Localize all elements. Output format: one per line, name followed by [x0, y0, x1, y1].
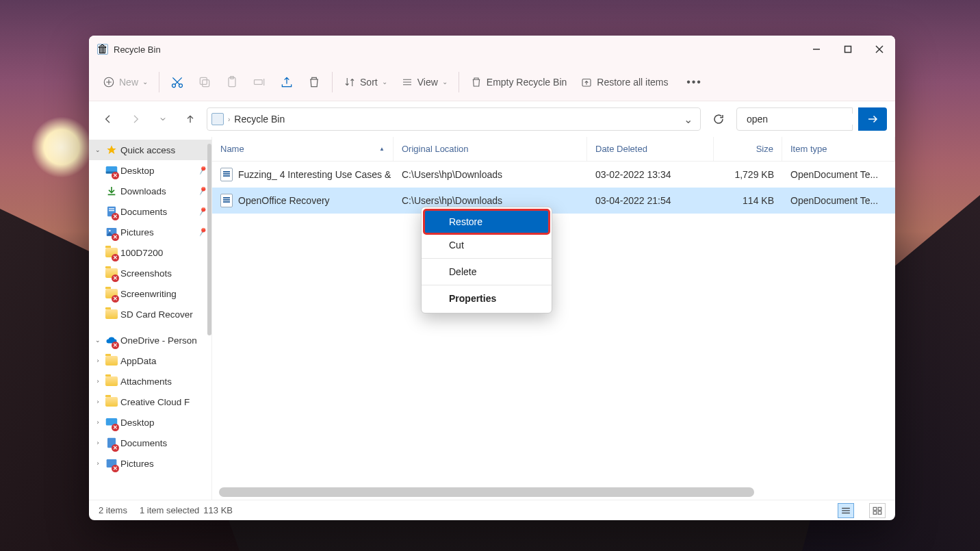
sidebar-item-creative[interactable]: ›Creative Cloud F — [89, 392, 211, 412]
search-input[interactable] — [747, 114, 866, 125]
col-size[interactable]: Size — [714, 137, 782, 161]
sidebar-item-pictures[interactable]: ›Pictures📍 — [89, 222, 211, 242]
breadcrumb[interactable]: Recycle Bin — [234, 114, 285, 125]
search-go-button[interactable] — [858, 107, 887, 131]
sidebar[interactable]: ⌄ Quick access ›Desktop📍 ›Downloads📍 ›Do… — [89, 137, 212, 500]
sort-label: Sort — [360, 77, 378, 88]
window-title: Recycle Bin — [114, 44, 161, 55]
refresh-button[interactable] — [706, 107, 731, 131]
svg-rect-15 — [255, 79, 263, 84]
document-icon — [220, 168, 233, 181]
copy-button[interactable] — [191, 70, 218, 94]
svg-rect-1 — [845, 47, 851, 53]
status-selected: 1 item selected — [140, 505, 199, 515]
sidebar-quick-access[interactable]: ⌄ Quick access — [89, 140, 211, 160]
sidebar-item-documents[interactable]: ›Documents📍 — [89, 201, 211, 222]
file-list: Name▲ Original Location Date Deleted Siz… — [212, 137, 895, 500]
view-details-button[interactable] — [838, 503, 854, 518]
more-button[interactable]: ••• — [681, 70, 708, 94]
pictures-icon — [105, 226, 118, 238]
sidebar-onedrive[interactable]: ⌄OneDrive - Person — [89, 330, 211, 350]
sidebar-item-attachments[interactable]: ›Attachments — [89, 371, 211, 392]
col-type[interactable]: Item type — [782, 137, 895, 161]
empty-recycle-bin-button[interactable]: Empty Recycle Bin — [463, 70, 573, 94]
restore-all-label: Restore all items — [597, 77, 668, 88]
svg-rect-26 — [109, 208, 114, 209]
sidebar-item-screenshots[interactable]: ›Screenshots — [89, 263, 211, 283]
sort-button[interactable]: Sort⌄ — [337, 70, 394, 94]
rename-button[interactable] — [246, 70, 273, 94]
address-dropdown[interactable]: ⌄ — [680, 113, 696, 126]
nav-row: › Recycle Bin ⌄ ✕ — [89, 101, 895, 137]
sidebar-item-od-documents[interactable]: ›Documents — [89, 433, 211, 453]
desktop-icon — [105, 416, 118, 428]
svg-rect-36 — [873, 507, 877, 510]
explorer-window: 🗑 Recycle Bin New⌄ Sort⌄ View⌄ — [89, 36, 895, 520]
document-icon — [220, 194, 233, 207]
sidebar-item-sdcard[interactable]: ›SD Card Recover — [89, 304, 211, 324]
sidebar-item-downloads[interactable]: ›Downloads📍 — [89, 181, 211, 201]
svg-rect-11 — [203, 79, 209, 86]
chevron-right-icon: › — [228, 116, 230, 123]
sidebar-item-appdata[interactable]: ›AppData — [89, 350, 211, 371]
status-count: 2 items — [99, 505, 127, 515]
context-delete[interactable]: Delete — [422, 260, 552, 283]
star-icon — [105, 144, 118, 156]
view-button[interactable]: View⌄ — [394, 70, 454, 94]
svg-rect-31 — [107, 438, 116, 448]
up-button[interactable] — [179, 108, 201, 130]
delete-button[interactable] — [300, 70, 328, 94]
context-properties[interactable]: Properties — [422, 287, 552, 310]
minimize-button[interactable] — [801, 36, 832, 63]
sidebar-scrollbar[interactable] — [207, 144, 211, 335]
share-button[interactable] — [273, 70, 300, 94]
svg-rect-37 — [878, 507, 881, 510]
new-button[interactable]: New⌄ — [96, 70, 155, 94]
col-date[interactable]: Date Deleted — [587, 137, 714, 161]
sidebar-item-od-pictures[interactable]: ›Pictures — [89, 453, 211, 474]
sidebar-item-desktop[interactable]: ›Desktop📍 — [89, 160, 211, 181]
desktop-icon — [105, 164, 118, 177]
cut-button[interactable] — [164, 70, 191, 94]
restore-all-button[interactable]: Restore all items — [573, 70, 675, 94]
status-bar: 2 items 1 item selected 113 KB — [89, 500, 895, 520]
context-restore[interactable]: Restore — [424, 210, 549, 233]
sidebar-item-100d7200[interactable]: ›100D7200 — [89, 242, 211, 263]
horizontal-scrollbar[interactable] — [219, 487, 888, 497]
empty-label: Empty Recycle Bin — [487, 77, 567, 88]
svg-rect-27 — [109, 210, 114, 211]
col-location[interactable]: Original Location — [394, 137, 587, 161]
col-name[interactable]: Name▲ — [212, 137, 394, 161]
paste-button[interactable] — [218, 70, 246, 94]
svg-rect-24 — [106, 172, 118, 174]
sidebar-item-screenwriting[interactable]: ›Screenwriting — [89, 283, 211, 304]
svg-rect-32 — [107, 459, 117, 467]
pictures-icon — [105, 457, 118, 470]
svg-rect-12 — [200, 77, 207, 84]
sidebar-item-od-desktop[interactable]: ›Desktop — [89, 412, 211, 433]
file-row[interactable]: OpenOffice Recovery C:\Users\hp\Download… — [212, 188, 895, 214]
folder-icon — [105, 287, 118, 300]
back-button[interactable] — [97, 108, 119, 130]
file-row[interactable]: Fuzzing_ 4 Interesting Use Cases & ... C… — [212, 162, 895, 188]
folder-icon — [105, 246, 118, 259]
context-cut[interactable]: Cut — [422, 233, 552, 257]
sort-asc-icon: ▲ — [379, 146, 385, 152]
view-thumbnails-button[interactable] — [869, 503, 886, 518]
recycle-bin-icon — [211, 113, 224, 125]
context-menu: Restore Cut Delete Properties — [421, 207, 552, 313]
download-icon — [105, 185, 118, 197]
recent-button[interactable] — [152, 108, 174, 130]
recycle-bin-icon: 🗑 — [97, 44, 108, 55]
forward-button[interactable] — [125, 108, 146, 130]
onedrive-icon — [105, 334, 118, 346]
address-bar[interactable]: › Recycle Bin ⌄ — [207, 107, 701, 131]
search-box[interactable]: ✕ — [736, 107, 853, 131]
close-button[interactable] — [864, 36, 895, 63]
svg-point-29 — [109, 230, 111, 232]
svg-rect-38 — [873, 511, 877, 514]
folder-icon — [105, 356, 118, 366]
maximize-button[interactable] — [832, 36, 864, 63]
sidebar-label: Quick access — [120, 145, 175, 155]
titlebar[interactable]: 🗑 Recycle Bin — [89, 36, 895, 63]
